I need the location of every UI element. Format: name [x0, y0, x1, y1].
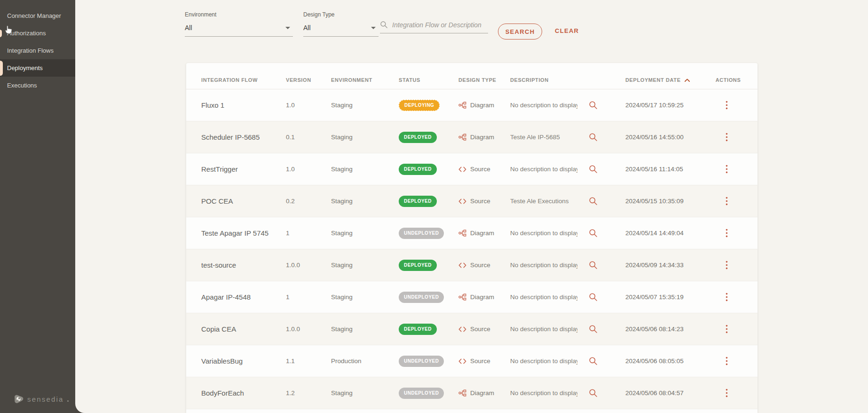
cell-deployment-date: 2024/05/07 15:35:19	[625, 294, 703, 301]
row-actions-button[interactable]	[724, 291, 730, 303]
sidebar-item-connector-manager[interactable]: Connector Manager	[0, 7, 75, 24]
cell-status: DEPLOYED	[399, 196, 458, 207]
cell-actions	[703, 99, 758, 111]
cell-deployment-date: 2024/05/09 14:34:33	[625, 262, 703, 269]
row-actions-button[interactable]	[724, 355, 730, 367]
view-description-button[interactable]	[587, 323, 600, 335]
row-actions-button[interactable]	[724, 387, 730, 399]
sidebar-item-integration-flows[interactable]: Integration Flows	[0, 42, 75, 59]
view-description-button[interactable]	[587, 195, 600, 207]
table-row[interactable]: Scheduler IP-5685 0.1 Staging DEPLOYED D…	[186, 121, 758, 153]
status-badge: UNDEPLOYED	[399, 292, 444, 303]
table-row[interactable]: test-source 1.0.0 Staging DEPLOYED Sourc…	[186, 249, 758, 281]
cell-status: UNDEPLOYED	[399, 228, 458, 239]
cell-description-zoom	[577, 259, 625, 271]
chevron-down-icon	[285, 27, 290, 29]
table-row[interactable]: Apagar IP-4548 1 Staging UNDEPLOYED Diag…	[186, 281, 758, 313]
sidebar-item-authorizations[interactable]: Authorizations	[0, 24, 75, 42]
cell-status: DEPLOYED	[399, 164, 458, 175]
cell-environment: Production	[331, 357, 399, 365]
cell-actions	[703, 291, 758, 303]
row-actions-button[interactable]	[724, 195, 730, 207]
sidebar-nav: Connector Manager Authorizations Integra…	[0, 0, 75, 94]
cell-integration-flow: Fluxo 1	[186, 101, 286, 109]
status-badge: DEPLOYED	[399, 164, 437, 175]
cell-design-type: Diagram	[458, 230, 510, 237]
table-row[interactable]: VariablesBug 1.1 Production UNDEPLOYED S…	[186, 345, 758, 377]
row-actions-button[interactable]	[724, 131, 730, 143]
code-brackets-icon	[458, 199, 466, 204]
search-input[interactable]	[392, 21, 481, 29]
sidebar-item-executions[interactable]: Executions	[0, 77, 75, 94]
view-description-button[interactable]	[587, 387, 600, 399]
status-badge: DEPLOYED	[399, 260, 437, 271]
kebab-menu-icon	[726, 261, 728, 270]
view-description-button[interactable]	[587, 259, 600, 271]
cell-description-zoom	[577, 131, 625, 143]
sensedia-logo-icon	[13, 394, 24, 405]
cell-design-type: Source	[458, 166, 510, 173]
view-description-button[interactable]	[587, 131, 600, 143]
design-type-value: All	[303, 24, 311, 32]
design-type-label: Diagram	[470, 102, 494, 109]
row-actions-button[interactable]	[724, 227, 730, 239]
logo-dot	[67, 400, 69, 402]
view-description-button[interactable]	[587, 227, 600, 239]
row-actions-button[interactable]	[724, 323, 730, 335]
magnifier-icon	[589, 357, 598, 365]
sidebar-item-label: Deployments	[7, 64, 43, 71]
magnifier-icon	[589, 101, 598, 110]
design-type-select[interactable]: All	[303, 24, 379, 37]
cell-environment: Staging	[331, 230, 399, 237]
magnifier-icon	[589, 325, 598, 334]
kebab-menu-icon	[726, 293, 728, 302]
cell-actions	[703, 323, 758, 335]
cell-version: 1.0	[286, 166, 331, 173]
cell-design-type: Diagram	[458, 389, 510, 397]
table-row[interactable]: Teste Apagar IP 5745 1 Staging UNDEPLOYE…	[186, 217, 758, 249]
cell-description-zoom	[577, 355, 625, 367]
kebab-menu-icon	[726, 357, 728, 365]
column-header-environment: ENVIRONMENT	[331, 77, 399, 83]
row-actions-button[interactable]	[724, 259, 730, 271]
table-row[interactable]: POC CEA 0.2 Staging DEPLOYED Source Test…	[186, 185, 758, 217]
cell-design-type: Diagram	[458, 134, 510, 141]
cell-design-type: Source	[458, 357, 510, 365]
view-description-button[interactable]	[587, 99, 600, 111]
sidebar-item-label: Executions	[7, 82, 37, 89]
sidebar-item-deployments[interactable]: Deployments	[0, 59, 75, 77]
cell-version: 1.0.0	[286, 262, 331, 269]
cell-status: UNDEPLOYED	[399, 292, 458, 303]
hover-indicator	[0, 30, 2, 37]
search-button[interactable]: SEARCH	[498, 24, 542, 40]
code-brackets-icon	[458, 326, 466, 332]
design-type-label: Diagram	[470, 134, 494, 141]
column-header-deployment-date[interactable]: DEPLOYMENT DATE	[625, 77, 703, 83]
view-description-button[interactable]	[587, 355, 600, 367]
table-row[interactable]: Fluxo 1 1.0 Staging DEPLOYING Diagram No…	[186, 89, 758, 121]
cell-version: 1.0	[286, 102, 331, 109]
filter-bar: Environment All Design Type All SEARC	[75, 0, 868, 52]
table-row[interactable]: BodyForEach 1.2 Staging UNDEPLOYED Diagr…	[186, 377, 758, 409]
cell-version: 1	[286, 294, 331, 301]
cell-description: No description to display.	[510, 262, 577, 269]
design-type-label: Source	[470, 198, 490, 205]
cell-integration-flow: test-source	[186, 261, 286, 269]
column-header-version: VERSION	[286, 77, 331, 83]
clear-button[interactable]: CLEAR	[555, 27, 579, 34]
code-brackets-icon	[458, 262, 466, 268]
cell-design-type: Source	[458, 198, 510, 205]
magnifier-icon	[589, 229, 598, 238]
environment-select[interactable]: All	[185, 24, 293, 37]
environment-filter: Environment All	[185, 11, 293, 37]
magnifier-icon	[589, 261, 598, 270]
view-description-button[interactable]	[587, 163, 600, 175]
cell-description: No description to display.	[510, 294, 577, 301]
column-header-integration-flow: INTEGRATION FLOW	[186, 77, 286, 83]
table-row[interactable]: RestTrigger 1.0 Staging DEPLOYED Source …	[186, 153, 758, 185]
row-actions-button[interactable]	[724, 163, 730, 175]
cell-status: UNDEPLOYED	[399, 356, 458, 367]
row-actions-button[interactable]	[724, 99, 730, 111]
table-row[interactable]: Copia CEA 1.0.0 Staging DEPLOYED Source …	[186, 313, 758, 345]
view-description-button[interactable]	[587, 291, 600, 303]
